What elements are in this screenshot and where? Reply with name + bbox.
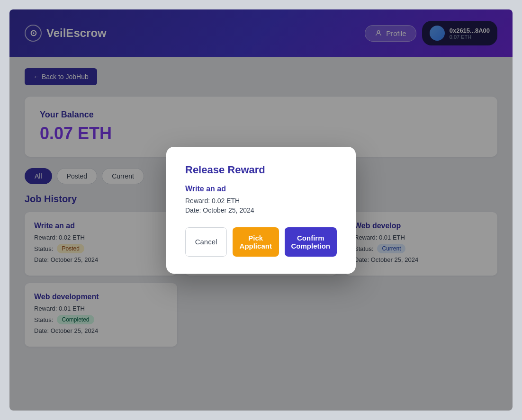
cancel-button[interactable]: Cancel: [185, 227, 227, 257]
modal-overlay: Release Reward Write an ad Reward: 0.02 …: [9, 9, 513, 411]
modal-reward: Reward: 0.02 ETH: [185, 197, 337, 205]
modal-date: Date: October 25, 2024: [185, 206, 337, 214]
modal-title: Release Reward: [185, 164, 337, 176]
modal: Release Reward Write an ad Reward: 0.02 …: [166, 147, 356, 274]
page-wrapper: ⊙ VeilEscrow Profile 0x2615...8A00 0.07 …: [9, 9, 513, 411]
pick-applicant-button[interactable]: Pick Applicant: [233, 227, 279, 257]
confirm-completion-button[interactable]: Confirm Completion: [285, 227, 337, 257]
modal-job-title: Write an ad: [185, 185, 337, 193]
modal-buttons: Cancel Pick Applicant Confirm Completion: [185, 227, 337, 257]
